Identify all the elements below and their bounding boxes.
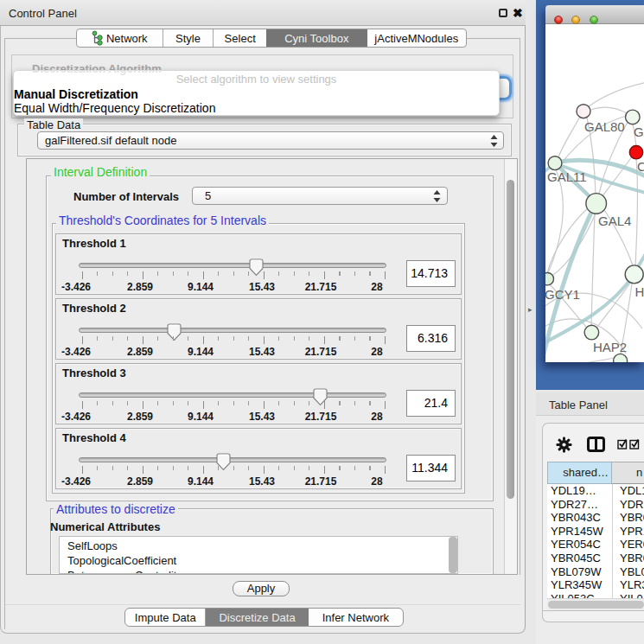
svg-text:H: H (635, 284, 644, 299)
svg-text:GAL4: GAL4 (598, 214, 631, 228)
svg-text:GAL11: GAL11 (547, 169, 587, 184)
svg-text:GAL80: GAL80 (584, 119, 625, 134)
svg-text:GA: GA (634, 124, 644, 139)
svg-text:GCY1: GCY1 (545, 287, 580, 302)
svg-text:C: C (637, 159, 644, 174)
svg-text:HAP2: HAP2 (593, 340, 627, 354)
